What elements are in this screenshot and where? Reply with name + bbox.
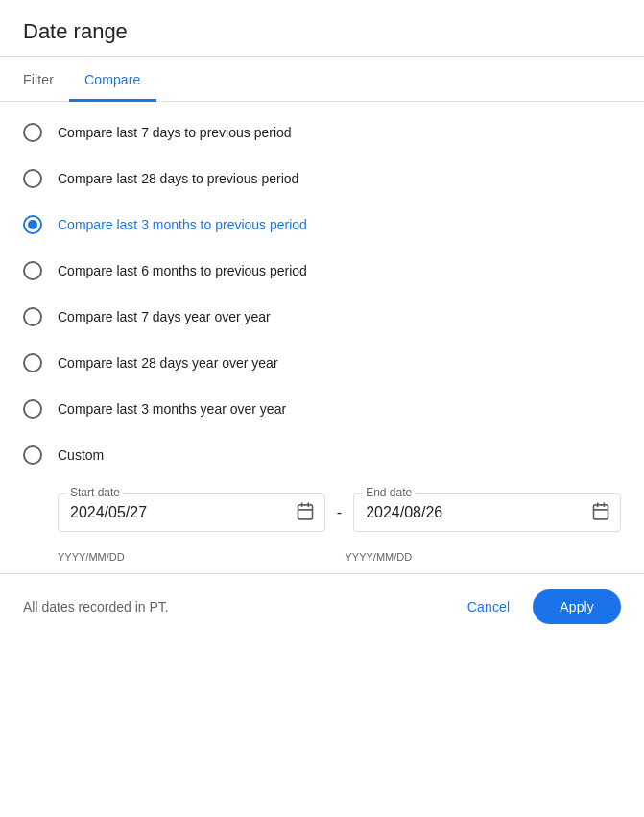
option-item-5[interactable]: Compare last 7 days year over year xyxy=(23,294,621,340)
radio-7days-previous[interactable] xyxy=(23,123,42,142)
option-label-5: Compare last 7 days year over year xyxy=(58,309,271,324)
page-title: Date range xyxy=(23,19,621,44)
radio-3months-previous[interactable] xyxy=(23,215,42,234)
cancel-button[interactable]: Cancel xyxy=(452,589,525,624)
start-date-calendar-icon[interactable] xyxy=(296,502,315,524)
start-date-label: Start date xyxy=(66,486,124,499)
radio-7days-yoy[interactable] xyxy=(23,307,42,326)
header: Date range xyxy=(0,0,644,57)
option-label-6: Compare last 28 days year over year xyxy=(58,355,278,371)
options-list: Compare last 7 days to previous period C… xyxy=(0,102,644,486)
end-date-value[interactable]: 2024/08/26 xyxy=(366,504,578,521)
option-label-7: Compare last 3 months year over year xyxy=(58,401,286,417)
option-label-2: Compare last 28 days to previous period xyxy=(58,171,298,186)
end-date-hint: YYYY/MM/DD xyxy=(346,551,622,563)
tab-filter[interactable]: Filter xyxy=(23,60,69,102)
footer: All dates recorded in PT. Cancel Apply xyxy=(0,573,644,639)
option-label-1: Compare last 7 days to previous period xyxy=(58,125,292,140)
start-date-hint: YYYY/MM/DD xyxy=(58,551,334,563)
apply-button[interactable]: Apply xyxy=(533,589,621,624)
footer-info: All dates recorded in PT. xyxy=(23,599,169,614)
radio-28days-previous[interactable] xyxy=(23,169,42,188)
svg-rect-0 xyxy=(298,505,312,519)
option-item-8[interactable]: Custom xyxy=(23,432,621,478)
radio-6months-previous[interactable] xyxy=(23,261,42,280)
option-item-2[interactable]: Compare last 28 days to previous period xyxy=(23,156,621,202)
custom-dates-container: Start date 2024/05/27 - End date 2024/08… xyxy=(0,486,644,547)
option-item-6[interactable]: Compare last 28 days year over year xyxy=(23,340,621,386)
footer-actions: Cancel Apply xyxy=(452,589,621,624)
date-separator: - xyxy=(337,504,342,521)
option-label-8: Custom xyxy=(58,447,104,463)
main-content: Compare last 7 days to previous period C… xyxy=(0,102,644,639)
end-date-label: End date xyxy=(362,486,416,499)
end-date-field[interactable]: End date 2024/08/26 xyxy=(353,493,621,532)
radio-28days-yoy[interactable] xyxy=(23,353,42,372)
option-item-4[interactable]: Compare last 6 months to previous period xyxy=(23,248,621,294)
radio-custom[interactable] xyxy=(23,445,42,465)
option-label-4: Compare last 6 months to previous period xyxy=(58,263,307,278)
start-date-field[interactable]: Start date 2024/05/27 xyxy=(58,493,325,532)
option-label-3: Compare last 3 months to previous period xyxy=(58,217,307,232)
radio-3months-yoy[interactable] xyxy=(23,399,42,419)
option-item-7[interactable]: Compare last 3 months year over year xyxy=(23,386,621,432)
start-date-value[interactable]: 2024/05/27 xyxy=(70,504,282,521)
radio-inner-3months xyxy=(28,220,37,229)
tabs-container: Filter Compare xyxy=(0,60,644,102)
end-date-calendar-icon[interactable] xyxy=(591,502,610,524)
tab-compare[interactable]: Compare xyxy=(69,60,156,102)
date-hints-container: YYYY/MM/DD YYYY/MM/DD xyxy=(0,547,644,570)
option-item-1[interactable]: Compare last 7 days to previous period xyxy=(23,109,621,156)
option-item-3[interactable]: Compare last 3 months to previous period xyxy=(23,202,621,248)
svg-rect-4 xyxy=(594,505,608,519)
